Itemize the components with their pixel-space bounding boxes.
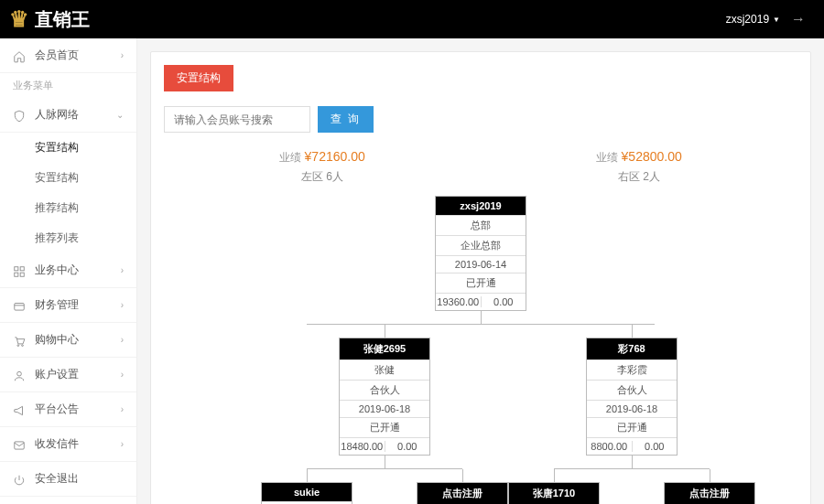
nav-account[interactable]: 账户设置 › bbox=[0, 358, 136, 392]
search-input[interactable] bbox=[164, 106, 310, 133]
user-name: zxsj2019 bbox=[726, 13, 769, 26]
search-button[interactable]: 查 询 bbox=[318, 106, 374, 133]
nav-shop[interactable]: 购物中心 › bbox=[0, 323, 136, 358]
node-values: 19360.000.00 bbox=[436, 293, 526, 310]
nav-label: 购物中心 bbox=[35, 332, 79, 348]
tree-node-root[interactable]: zxsj2019总部企业总部2019-06-14已开通19360.000.00 bbox=[435, 196, 526, 311]
tree-node-rr-empty[interactable]: 点击注册 bbox=[664, 482, 755, 504]
right-amount: ¥52800.00 bbox=[622, 149, 682, 164]
nav-label: 收发信件 bbox=[35, 436, 79, 452]
connector-vertical bbox=[481, 311, 482, 324]
connector-vertical bbox=[307, 469, 308, 482]
nav-label: 安全退出 bbox=[35, 471, 79, 487]
node-status: 已开通 bbox=[340, 417, 429, 437]
connector-vertical bbox=[632, 325, 633, 338]
grid-icon bbox=[13, 263, 27, 277]
node-date: 2019-06-18 bbox=[587, 400, 677, 417]
sub-place-structure-2[interactable]: 安置结构 bbox=[0, 163, 136, 193]
sub-recommend-structure[interactable]: 推荐结构 bbox=[0, 193, 136, 223]
tree-container: zxsj2019总部企业总部2019-06-14已开通19360.000.00张… bbox=[164, 196, 797, 504]
node-role: 总部 bbox=[436, 215, 526, 235]
node-header: zxsj2019 bbox=[436, 197, 526, 215]
right-zone-stat: 业绩 ¥52800.00 右区 2人 bbox=[481, 149, 797, 185]
node-role: 张健 bbox=[340, 359, 429, 380]
nav-label: 会员首页 bbox=[35, 48, 79, 63]
node-values: 18480.000.00 bbox=[340, 437, 429, 455]
power-icon bbox=[13, 471, 27, 486]
nav-label: 平台公告 bbox=[35, 402, 79, 417]
structure-title-button[interactable]: 安置结构 bbox=[164, 65, 233, 91]
shield-icon bbox=[13, 107, 27, 122]
node-values: 8800.000.00 bbox=[587, 437, 677, 455]
chevron-right-icon: › bbox=[121, 439, 124, 449]
nav-label: 账户设置 bbox=[35, 367, 79, 382]
node-date: 2019-06-18 bbox=[340, 400, 429, 417]
wallet-icon bbox=[13, 297, 27, 312]
nav-business[interactable]: 业务中心 › bbox=[0, 253, 136, 288]
svg-point-5 bbox=[17, 344, 19, 346]
arrow-right-icon: → bbox=[791, 11, 806, 27]
node-status: 已开通 bbox=[436, 273, 526, 293]
node-header: 彩768 bbox=[587, 338, 677, 359]
chevron-right-icon: › bbox=[121, 404, 124, 414]
connector-vertical bbox=[632, 456, 633, 468]
node-header: 张唐1710 bbox=[509, 483, 599, 504]
chevron-right-icon: › bbox=[121, 265, 124, 275]
user-menu[interactable]: zxsj2019 ▼ → bbox=[726, 11, 806, 27]
tree-node-left[interactable]: 张健2695张健合伙人2019-06-18已开通18480.000.00 bbox=[339, 338, 430, 456]
svg-rect-3 bbox=[20, 273, 24, 276]
chevron-down-icon: ⌄ bbox=[116, 110, 124, 120]
chevron-right-icon: › bbox=[121, 300, 124, 310]
sub-recommend-list[interactable]: 推荐列表 bbox=[0, 223, 136, 253]
tree-node-rl[interactable]: 张唐1710张滇代理商2019-06-18已开通0.000.00 bbox=[508, 482, 600, 504]
tree-node-ll[interactable]: sukie苏小琴代理商2019-06-18已开通8800.000.00 bbox=[261, 482, 352, 504]
connector-vertical bbox=[462, 469, 463, 482]
nav-network[interactable]: 人脉网络 ⌄ bbox=[0, 98, 136, 133]
node-level: 合伙人 bbox=[340, 380, 429, 400]
tree-node-lr-empty[interactable]: 点击注册 bbox=[417, 482, 508, 504]
tree-node-right[interactable]: 彩768李彩霞合伙人2019-06-18已开通8800.000.00 bbox=[586, 338, 678, 456]
node-level: 企业总部 bbox=[436, 235, 526, 255]
nav-exit[interactable]: 安全退出 bbox=[0, 462, 136, 497]
cart-icon bbox=[13, 332, 27, 347]
left-count: 左区 6人 bbox=[164, 169, 481, 185]
node-date: 2019-06-14 bbox=[436, 255, 526, 273]
chevron-right-icon: › bbox=[121, 335, 124, 345]
chevron-right-icon: › bbox=[121, 370, 124, 380]
user-icon bbox=[13, 367, 27, 381]
megaphone-icon bbox=[13, 402, 27, 416]
nav-category: 业务菜单 bbox=[0, 73, 136, 98]
connector-vertical bbox=[385, 325, 385, 338]
stats-row: 业绩 ¥72160.00 左区 6人 业绩 ¥52800.00 右区 2人 bbox=[164, 149, 797, 185]
node-level: 合伙人 bbox=[587, 380, 677, 400]
nav-label: 财务管理 bbox=[35, 297, 79, 313]
empty-register-label: 点击注册 bbox=[417, 483, 507, 504]
brand-text: 直销王 bbox=[35, 7, 90, 32]
nav-mail[interactable]: 收发信件 › bbox=[0, 427, 136, 462]
connector-vertical bbox=[554, 469, 555, 482]
svg-rect-8 bbox=[15, 442, 25, 449]
node-header: sukie bbox=[262, 483, 352, 501]
nav-label: 人脉网络 bbox=[35, 107, 79, 123]
empty-register-label: 点击注册 bbox=[665, 483, 754, 504]
left-zone-stat: 业绩 ¥72160.00 左区 6人 bbox=[164, 149, 481, 185]
main-card: 安置结构 查 询 业绩 ¥72160.00 左区 6人 业绩 ¥52800.00… bbox=[150, 51, 811, 504]
svg-point-7 bbox=[17, 371, 22, 376]
sub-place-structure-1[interactable]: 安置结构 bbox=[0, 133, 136, 163]
svg-rect-0 bbox=[15, 266, 18, 270]
main-content: 安置结构 查 询 业绩 ¥72160.00 左区 6人 业绩 ¥52800.00… bbox=[137, 38, 824, 504]
connector-vertical bbox=[385, 456, 385, 468]
svg-rect-4 bbox=[15, 303, 25, 310]
nav-home[interactable]: 会员首页 › bbox=[0, 38, 136, 73]
node-header: 张健2695 bbox=[340, 338, 429, 359]
node-role: 李彩霞 bbox=[587, 359, 677, 380]
nav-notice[interactable]: 平台公告 › bbox=[0, 392, 136, 427]
crown-icon: ♛ bbox=[9, 6, 29, 32]
svg-rect-1 bbox=[20, 266, 24, 270]
home-icon bbox=[13, 48, 27, 62]
svg-rect-2 bbox=[15, 273, 18, 276]
nav-finance[interactable]: 财务管理 › bbox=[0, 288, 136, 323]
svg-point-6 bbox=[22, 344, 24, 346]
right-count: 右区 2人 bbox=[481, 169, 797, 185]
chevron-right-icon: › bbox=[121, 50, 124, 60]
